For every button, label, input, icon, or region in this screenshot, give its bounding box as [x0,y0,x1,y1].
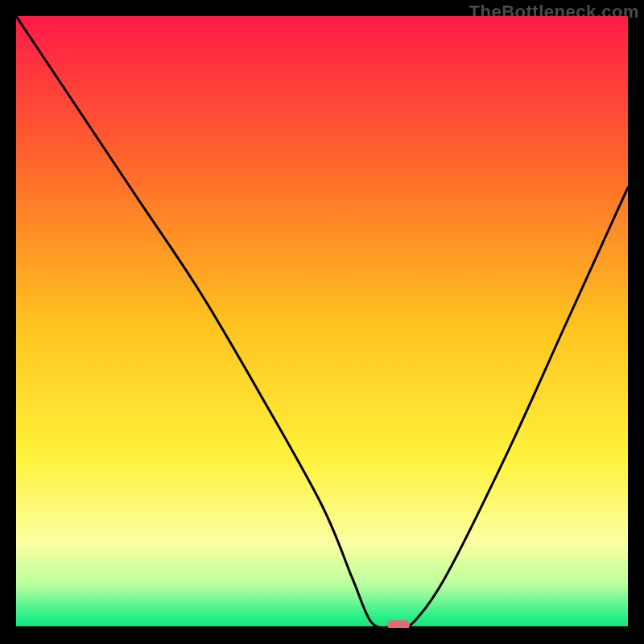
chart-background [16,16,628,628]
chart-svg [16,16,628,628]
bottleneck-chart [16,16,628,628]
optimal-marker [387,620,410,628]
chart-frame: TheBottleneck.com [0,0,644,644]
